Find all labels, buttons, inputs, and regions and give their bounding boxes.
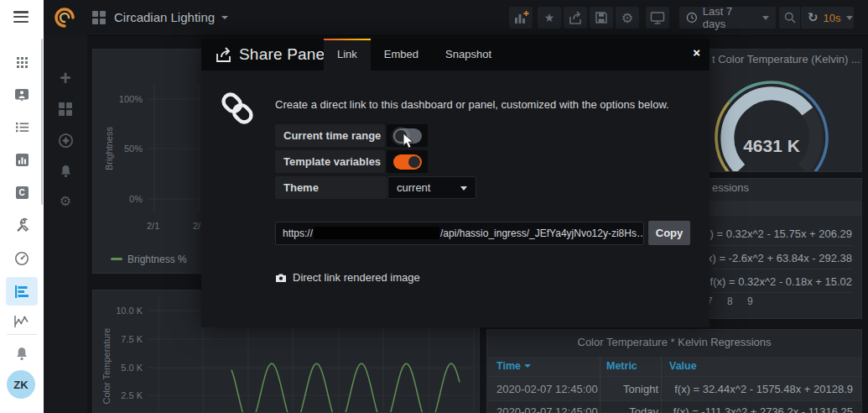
colortemp-ytick: 5.0 K bbox=[106, 363, 143, 373]
star-dashboard-button[interactable] bbox=[538, 7, 561, 29]
magnifier-icon bbox=[783, 11, 797, 24]
sidebar-item-alerting[interactable] bbox=[44, 157, 87, 186]
user-avatar[interactable]: ZK bbox=[7, 370, 35, 399]
person-badge-icon bbox=[14, 87, 29, 102]
save-dashboard-button[interactable] bbox=[590, 7, 613, 29]
brightness-xtick: 2/1 bbox=[147, 221, 159, 231]
direct-link-rendered-image[interactable]: Direct link rendered image bbox=[275, 271, 420, 284]
sort-caret-icon bbox=[524, 364, 531, 368]
table-header-time[interactable]: Time bbox=[496, 360, 531, 372]
share-icon bbox=[568, 10, 583, 25]
zoom-out-button[interactable] bbox=[779, 7, 800, 29]
sidebar-item-notifications[interactable] bbox=[0, 339, 44, 368]
sidebar-item-custom[interactable] bbox=[0, 178, 44, 206]
sidebar-item-apps[interactable] bbox=[0, 48, 44, 76]
legend-swatch bbox=[111, 258, 122, 260]
clock-icon bbox=[686, 12, 698, 24]
modal-header: Share Panel Link Embed Snapshot × bbox=[201, 39, 709, 71]
modal-body: Create a direct link to this dashboard o… bbox=[201, 71, 709, 327]
table-header-metric[interactable]: Metric bbox=[606, 360, 637, 372]
bell-icon bbox=[14, 346, 29, 362]
hamburger-menu-button[interactable] bbox=[13, 11, 29, 23]
bar-chart-horizontal-icon bbox=[13, 284, 30, 300]
sidebar-item-supervisor[interactable] bbox=[0, 81, 44, 109]
refresh-picker[interactable]: 10s bbox=[801, 7, 854, 29]
sidebar-item-developer-tools[interactable] bbox=[0, 211, 44, 239]
grafana-chart-icon-wrap[interactable] bbox=[0, 277, 44, 306]
colortemp-ytick: 7.5 K bbox=[106, 334, 143, 344]
select-caret-icon bbox=[460, 186, 467, 191]
home-assistant-sidebar: ZK bbox=[0, 0, 44, 413]
share-dashboard-button[interactable] bbox=[564, 7, 587, 29]
table-header-value[interactable]: Value bbox=[669, 360, 697, 372]
toggle-on bbox=[393, 154, 422, 170]
sidebar-item-create[interactable] bbox=[44, 64, 87, 92]
sidebar-item-logbook[interactable] bbox=[0, 112, 44, 141]
gauge-value: 4631 K bbox=[721, 136, 822, 156]
table-panel-title: Color Temperature * Kelvin Regressions bbox=[486, 336, 862, 348]
tab-snapshot[interactable]: Snapshot bbox=[432, 39, 505, 71]
sidebar-divider bbox=[7, 334, 37, 335]
option-label-template-variables: Template variables bbox=[275, 150, 385, 173]
refresh-caret-icon bbox=[846, 16, 853, 20]
brightness-ytick: 100% bbox=[106, 94, 143, 104]
save-icon bbox=[595, 11, 608, 24]
share-panel-modal: Share Panel Link Embed Snapshot × Create… bbox=[201, 39, 709, 327]
url-prefix: https:// bbox=[283, 227, 313, 239]
mouse-cursor bbox=[403, 133, 415, 149]
time-range-label: Last 7 days bbox=[703, 5, 757, 30]
brightness-ytick: 50% bbox=[106, 144, 143, 154]
row-separator bbox=[487, 400, 861, 401]
option-label-current-time-range: Current time range bbox=[275, 124, 385, 147]
time-range-picker[interactable]: Last 7 days bbox=[679, 7, 776, 29]
add-panel-icon bbox=[513, 10, 529, 25]
dashboard-title[interactable]: Circadian Lighting bbox=[114, 10, 215, 24]
add-panel-button[interactable] bbox=[509, 7, 533, 29]
theme-select[interactable]: current bbox=[387, 176, 476, 199]
sidebar-item-dashboards[interactable] bbox=[44, 95, 87, 123]
wrench-icon bbox=[14, 217, 29, 233]
sidebar-item-history[interactable] bbox=[0, 145, 44, 174]
refresh-interval-label: 10s bbox=[824, 12, 841, 24]
apps-grid-icon bbox=[17, 57, 28, 68]
sidebar-item-trends[interactable] bbox=[0, 307, 44, 336]
cycle-view-mode-button[interactable] bbox=[646, 7, 669, 29]
link-icon bbox=[218, 89, 257, 128]
template-variables-toggle[interactable] bbox=[387, 150, 428, 173]
option-label-theme: Theme bbox=[275, 176, 387, 199]
share-icon bbox=[215, 46, 233, 63]
compass-icon bbox=[58, 133, 74, 149]
refresh-icon bbox=[808, 10, 819, 25]
list-icon bbox=[15, 121, 29, 133]
copy-button[interactable]: Copy bbox=[648, 221, 690, 245]
c-square-icon bbox=[16, 186, 29, 199]
grafana-sidebar bbox=[44, 35, 87, 413]
pagination-page-8[interactable]: 8 bbox=[727, 295, 733, 307]
monitor-icon bbox=[650, 11, 665, 25]
pagination-page-9[interactable]: 9 bbox=[747, 295, 753, 307]
grafana-topbar: Circadian Lighting Last 7 days bbox=[44, 0, 868, 36]
legend-item-brightness[interactable]: Brightness % bbox=[127, 254, 187, 265]
share-url-input[interactable]: https:///api/hassio_ingress/_JEfYa4yjNvo… bbox=[275, 222, 644, 245]
modal-title: Share Panel bbox=[239, 45, 329, 64]
rendered-image-label: Direct link rendered image bbox=[293, 271, 420, 284]
cell-value: f(x) = -111.3x^2 + 2736.2x - 11316.25 bbox=[601, 405, 853, 413]
tab-link[interactable]: Link bbox=[324, 39, 371, 71]
theme-select-value: current bbox=[397, 181, 430, 194]
grafana-logo-icon[interactable] bbox=[53, 6, 76, 29]
brightness-ytick: 0% bbox=[106, 194, 143, 204]
dashboard-settings-button[interactable] bbox=[616, 7, 639, 29]
regressions-panel-title: essions bbox=[712, 181, 749, 194]
dashboard-picker-icon[interactable] bbox=[92, 11, 106, 24]
bar-chart-square-icon bbox=[15, 153, 29, 167]
sidebar-item-explore[interactable] bbox=[44, 126, 87, 154]
close-icon[interactable]: × bbox=[693, 45, 700, 60]
time-range-caret-icon bbox=[762, 16, 769, 20]
sidebar-item-gauges[interactable] bbox=[0, 244, 44, 273]
brightness-xtick: 2/ bbox=[193, 221, 200, 231]
speedometer-icon bbox=[14, 251, 29, 266]
url-suffix: /api/hassio_ingress/_JEfYa4yjNvo12y-zi8H… bbox=[440, 227, 644, 239]
column-separator bbox=[661, 357, 662, 413]
tab-embed[interactable]: Embed bbox=[371, 39, 432, 71]
sidebar-item-configuration[interactable] bbox=[44, 186, 87, 215]
